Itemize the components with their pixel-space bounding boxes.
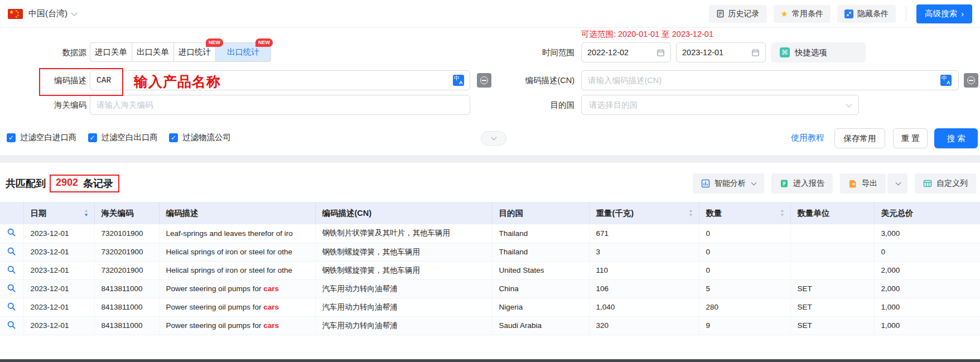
chevron-down-icon <box>846 101 852 107</box>
calendar-icon <box>751 49 760 57</box>
row-search-icon[interactable] <box>7 247 16 256</box>
cell-desc-cn: 汽车用动力转向油帮浦 <box>315 316 492 335</box>
table-row: 2023-12-017320201900Helical springs of i… <box>0 243 980 261</box>
section-divider <box>0 155 980 163</box>
export-button[interactable]: 导出 <box>840 173 886 194</box>
sort-icon[interactable]: ▲▼ <box>84 209 89 217</box>
column-header-label: 编码描述 <box>166 208 199 219</box>
search-button[interactable]: 搜 索 <box>934 128 978 148</box>
hs-code-row: 海关编码 目的国 请选择目的国 <box>0 95 980 115</box>
cell-weight: 106 <box>589 279 699 298</box>
tab-export-statistics[interactable]: 出口统计NEW <box>215 42 271 62</box>
row-search-icon[interactable] <box>7 265 16 274</box>
hide-conditions-button[interactable]: 隐藏条件 <box>837 5 896 23</box>
datasource-row: 数据源 进口关单 出口关单 进口统计NEW 出口统计NEW 时间范围 2022-… <box>0 42 980 62</box>
quick-options-button[interactable]: ⌘ 快捷选项 <box>771 42 866 62</box>
checkbox-row: ✓ 过滤空白进口商 ✓ 过滤空白出口商 ✓ 过滤物流公司 使用教程 保存常用 重… <box>0 129 980 147</box>
checkbox-filter-blank-importer[interactable]: ✓ 过滤空白进口商 <box>7 132 77 143</box>
favorites-button[interactable]: ★ 常用条件 <box>774 5 831 23</box>
row-detail-cell <box>0 298 23 316</box>
column-header[interactable]: 数量▲▼ <box>699 202 790 224</box>
tab-import-declarations[interactable]: 进口关单 <box>90 42 132 62</box>
custom-columns-button[interactable]: 自定义列 <box>915 173 976 194</box>
translate-icon[interactable]: 中A <box>940 75 952 86</box>
column-header: 数量单位 <box>790 202 874 224</box>
column-header: 海关编码 <box>94 202 159 224</box>
sort-icon[interactable]: ▲▼ <box>780 209 785 217</box>
column-header-label: 重量(千克) <box>596 208 634 219</box>
checkbox-filter-blank-exporter[interactable]: ✓ 过滤空白出口商 <box>88 132 158 143</box>
chevron-down-icon <box>896 180 901 186</box>
cell-desc-cn: 汽车用动力转向油帮浦 <box>315 298 492 316</box>
column-header-label: 数量 <box>706 208 722 219</box>
cell-destination: Thailand <box>492 243 589 261</box>
translate-icon[interactable]: 中A <box>453 75 464 86</box>
results-header: 共匹配到 2902 条记录 智能分析 进入报告 导出 自定义列 <box>0 173 980 194</box>
date-to-input[interactable]: 2023-12-01 <box>676 42 766 62</box>
desc-input[interactable] <box>90 70 470 90</box>
row-detail-cell <box>0 224 23 243</box>
smart-analysis-button[interactable]: 智能分析 <box>693 173 764 194</box>
cell-desc: Helical springs of iron or steel for oth… <box>159 243 315 261</box>
collapse-icon <box>844 9 853 18</box>
tab-export-declarations[interactable]: 出口关单 <box>132 42 174 62</box>
save-favorite-button[interactable]: 保存常用 <box>834 128 885 148</box>
keyword-highlight: cars <box>263 321 279 330</box>
cell-date: 2023-12-01 <box>23 316 94 335</box>
tutorial-link[interactable]: 使用教程 <box>791 133 824 143</box>
keyword-highlight: cars <box>263 284 279 293</box>
cell-destination: United States <box>492 261 589 279</box>
column-header-label: 数量单位 <box>798 208 830 219</box>
advanced-search-button[interactable]: 高级搜索 › <box>916 4 972 23</box>
country-selector[interactable]: 中国(台湾) <box>28 8 67 19</box>
checkbox-checked-icon: ✓ <box>169 133 178 142</box>
sort-icon[interactable]: ▲▼ <box>689 209 693 217</box>
cell-desc: Helical springs of iron or steel for oth… <box>159 261 315 279</box>
checkbox-filter-logistics[interactable]: ✓ 过滤物流公司 <box>169 132 231 143</box>
destination-select[interactable]: 请选择目的国 <box>581 95 859 115</box>
row-search-icon[interactable] <box>7 228 16 237</box>
chevron-down-icon[interactable] <box>71 9 77 16</box>
date-from-input[interactable]: 2022-12-02 <box>581 42 671 62</box>
cell-date: 2023-12-01 <box>23 279 94 298</box>
tab-import-statistics[interactable]: 进口统计NEW <box>173 42 216 62</box>
divider <box>906 7 906 21</box>
filter-checkboxes: ✓ 过滤空白进口商 ✓ 过滤空白出口商 ✓ 过滤物流公司 <box>7 132 231 143</box>
cell-weight: 671 <box>589 224 699 243</box>
cell-usd-total: 2,000 <box>874 279 980 298</box>
table-header-search-column <box>0 202 23 224</box>
hs-code-label: 海关编码 <box>0 95 86 115</box>
reset-button[interactable]: 重 置 <box>893 128 928 148</box>
desc-cn-input[interactable] <box>581 70 959 90</box>
history-button[interactable]: 历史记录 <box>709 5 767 23</box>
row-search-icon[interactable] <box>7 302 16 311</box>
cell-usd-total: 1,000 <box>874 316 980 335</box>
column-header[interactable]: 日期▲▼ <box>23 202 94 224</box>
row-detail-cell <box>0 279 23 298</box>
cell-desc: Power steering oil pumps for cars <box>159 316 315 335</box>
column-header-label: 编码描述(CN) <box>322 208 372 219</box>
column-header[interactable]: 重量(千克)▲▼ <box>589 202 699 224</box>
enter-report-button[interactable]: 进入报告 <box>771 173 833 194</box>
row-search-icon[interactable] <box>7 320 16 330</box>
desc-cn-label: 编码描述(CN) <box>488 70 575 90</box>
cell-unit <box>790 243 874 261</box>
cell-weight: 1,040 <box>589 298 699 316</box>
results-count: 共匹配到 2902 条记录 <box>6 175 119 192</box>
cell-hs-code: 7320201900 <box>94 261 159 279</box>
cell-weight: 3 <box>589 243 699 261</box>
cell-quantity: 0 <box>699 243 790 261</box>
table-row: 2023-12-017320201900Helical springs of i… <box>0 261 980 279</box>
cell-usd-total: 3,000 <box>874 224 980 243</box>
cell-hs-code: 7320101900 <box>94 224 159 243</box>
export-dropdown-button[interactable] <box>887 173 907 194</box>
calendar-icon <box>656 49 665 57</box>
exclude-circle-minus-icon[interactable] <box>964 73 978 88</box>
cell-hs-code: 8413811000 <box>94 298 159 316</box>
row-search-icon[interactable] <box>7 283 16 293</box>
collapse-panel-button[interactable] <box>481 131 506 146</box>
row-detail-cell <box>0 243 23 261</box>
column-header-label: 日期 <box>31 208 47 219</box>
hs-code-input[interactable] <box>90 95 470 115</box>
cell-desc: Leaf-springs and leaves therefor of iro <box>159 224 315 243</box>
